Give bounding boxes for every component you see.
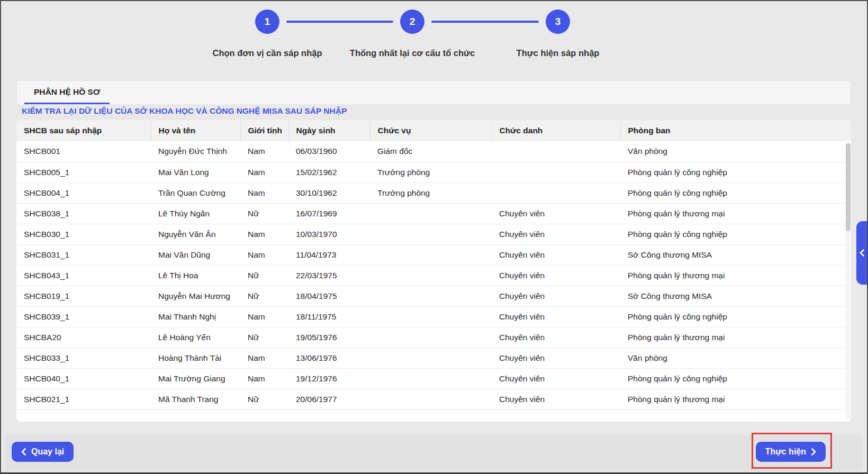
table-cell: Phòng quản lý thương mại	[620, 327, 851, 348]
table-cell: Nữ	[240, 327, 288, 348]
table-cell: Phòng quản lý công nghiệp	[620, 183, 851, 203]
table-cell: Nam	[240, 162, 288, 183]
step-3-label: Thực hiện sáp nhập	[484, 48, 632, 58]
table-cell: Mai Thanh Nghị	[151, 306, 240, 327]
table-cell: SHCB004_1	[16, 183, 151, 203]
table-row[interactable]: SHCB040_1Mai Trường GiangNam19/12/1976Ch…	[16, 368, 851, 389]
table-cell: SHCB019_1	[16, 286, 151, 306]
execute-button-label: Thực hiện	[765, 447, 806, 457]
table-scrollbar-track[interactable]	[846, 142, 851, 420]
table-cell: Văn phòng	[620, 348, 851, 368]
collapse-panel-handle[interactable]	[856, 221, 867, 285]
table-cell: Chuyên viên	[492, 224, 620, 244]
step-3: 3 Thực hiện sáp nhập	[484, 10, 632, 58]
table-cell: Lê Thị Hoa	[151, 265, 240, 286]
table-cell: 18/04/1975	[288, 286, 370, 306]
table-cell: Trưởng phòng	[370, 183, 492, 203]
step-1-label: Chọn đơn vị cần sáp nhập	[193, 48, 341, 58]
table-cell: 15/02/1962	[288, 162, 370, 183]
table-cell	[492, 183, 620, 203]
table-cell	[370, 306, 492, 327]
step-3-indicator[interactable]: 3	[546, 10, 570, 34]
table-cell: 16/07/1969	[288, 203, 370, 224]
table-cell	[370, 348, 492, 368]
table-cell: Nguyễn Mai Hương	[151, 286, 240, 306]
table-row[interactable]: SHCB038_1Lê Thúy NgânNữ16/07/1969Chuyên …	[16, 203, 851, 224]
table-cell	[370, 286, 492, 306]
table-cell: Chuyên viên	[492, 368, 620, 389]
table-cell: Lê Thúy Ngân	[151, 203, 240, 224]
table-header-row: SHCB sau sáp nhậpHọ và tênGiới tínhNgày …	[16, 120, 851, 141]
table-row[interactable]: SHCB004_1Trần Quan CườngNam30/10/1962Trư…	[16, 183, 851, 203]
table-cell: SHCB030_1	[16, 224, 151, 244]
table-cell: Nam	[240, 306, 288, 327]
section-title: KIỂM TRA LẠI DỮ LIỆU CỦA SỞ KHOA HỌC VÀ …	[22, 106, 347, 116]
step-2-indicator[interactable]: 2	[400, 10, 424, 34]
table-cell: SHCB021_1	[16, 389, 151, 409]
table-cell: Nam	[240, 368, 288, 389]
table-cell: 19/05/1976	[288, 327, 370, 348]
step-2: 2 Thống nhất lại cơ cấu tổ chức	[338, 10, 486, 58]
table-row[interactable]: SHCB001Nguyễn Đức ThịnhNam06/03/1960Giám…	[16, 141, 851, 162]
table-cell: Nguyễn Đức Thịnh	[151, 141, 240, 162]
table-cell: Phòng quản lý thương mại	[620, 265, 851, 286]
step-2-label: Thống nhất lại cơ cấu tổ chức	[338, 48, 486, 58]
table-cell	[370, 224, 492, 244]
table-row[interactable]: SHCBA20Lê Hoàng YếnNữ19/05/1976Chuyên vi…	[16, 327, 851, 348]
table-cell: SHCB033_1	[16, 348, 151, 368]
table-cell: 30/10/1962	[288, 183, 370, 203]
table-cell: SHCB031_1	[16, 244, 151, 265]
table-cell: Mai Văn Dũng	[151, 244, 240, 265]
table-cell: Phòng quản lý công nghiệp	[620, 306, 851, 327]
records-table-card: SHCB sau sáp nhậpHọ và tênGiới tínhNgày …	[16, 120, 851, 422]
table-cell: Chuyên viên	[492, 203, 620, 224]
table-cell: Trưởng phòng	[370, 162, 492, 183]
table-cell	[492, 162, 620, 183]
chevron-left-icon	[860, 249, 864, 257]
table-cell: Sở Công thương MISA	[620, 244, 851, 265]
table-cell: Chuyên viên	[492, 389, 620, 409]
table-cell: SHCB039_1	[16, 306, 151, 327]
column-header-7: Phòng ban	[620, 120, 851, 141]
back-button[interactable]: Quay lại	[12, 442, 74, 462]
table-cell: Chuyên viên	[492, 244, 620, 265]
table-row[interactable]: SHCB021_1Mã Thanh TrangNữ20/06/1977Chuyê…	[16, 389, 851, 409]
table-cell: SHCB038_1	[16, 203, 151, 224]
records-table: SHCB sau sáp nhậpHọ và tênGiới tínhNgày …	[16, 120, 851, 410]
table-cell: Sở Công thương MISA	[620, 286, 851, 306]
table-cell: SHCB040_1	[16, 368, 151, 389]
table-scrollbar-thumb[interactable]	[846, 143, 851, 231]
table-cell: 22/03/1975	[288, 265, 370, 286]
table-cell	[370, 327, 492, 348]
table-cell: Phòng quản lý công nghiệp	[620, 368, 851, 389]
column-header-6: Chức danh	[492, 120, 620, 141]
table-cell: SHCB043_1	[16, 265, 151, 286]
tab-bar: PHÂN HỆ HỒ SƠ	[16, 80, 851, 104]
table-cell: Nguyễn Văn Ân	[151, 224, 240, 244]
tab-phan-he-ho-so[interactable]: PHÂN HỆ HỒ SƠ	[24, 81, 110, 104]
table-cell	[370, 368, 492, 389]
column-header-2: Họ và tên	[151, 120, 240, 141]
step-1-indicator[interactable]: 1	[255, 10, 279, 34]
execute-button[interactable]: Thực hiện	[756, 442, 826, 462]
table-row[interactable]: SHCB030_1Nguyễn Văn ÂnNam10/03/1970Chuyê…	[16, 224, 851, 244]
footer-bar: Quay lại Thực hiện	[5, 435, 863, 471]
table-row[interactable]: SHCB005_1Mai Văn LongNam15/02/1962Trưởng…	[16, 162, 851, 183]
table-cell: Nữ	[240, 203, 288, 224]
table-cell: Phòng quản lý công nghiệp	[620, 162, 851, 183]
table-row[interactable]: SHCB019_1Nguyễn Mai HươngNữ18/04/1975Chu…	[16, 286, 851, 306]
table-cell: Phòng quản lý thương mại	[620, 203, 851, 224]
table-cell: Nam	[240, 183, 288, 203]
table-cell: Phòng quản lý thương mại	[620, 389, 851, 409]
step-1: 1 Chọn đơn vị cần sáp nhập	[193, 10, 341, 58]
table-row[interactable]: SHCB043_1Lê Thị HoaNữ22/03/1975Chuyên vi…	[16, 265, 851, 286]
table-cell: SHCB005_1	[16, 162, 151, 183]
table-cell: Mai Trường Giang	[151, 368, 240, 389]
table-row[interactable]: SHCB039_1Mai Thanh NghịNam18/11/1975Chuy…	[16, 306, 851, 327]
chevron-right-icon	[811, 448, 816, 455]
table-row[interactable]: SHCB033_1Hoàng Thành TàiNam13/06/1976Chu…	[16, 348, 851, 368]
table-cell	[370, 244, 492, 265]
table-row[interactable]: SHCB031_1Mai Văn DũngNam11/04/1973Chuyên…	[16, 244, 851, 265]
table-cell: 20/06/1977	[288, 389, 370, 409]
table-cell	[370, 389, 492, 409]
